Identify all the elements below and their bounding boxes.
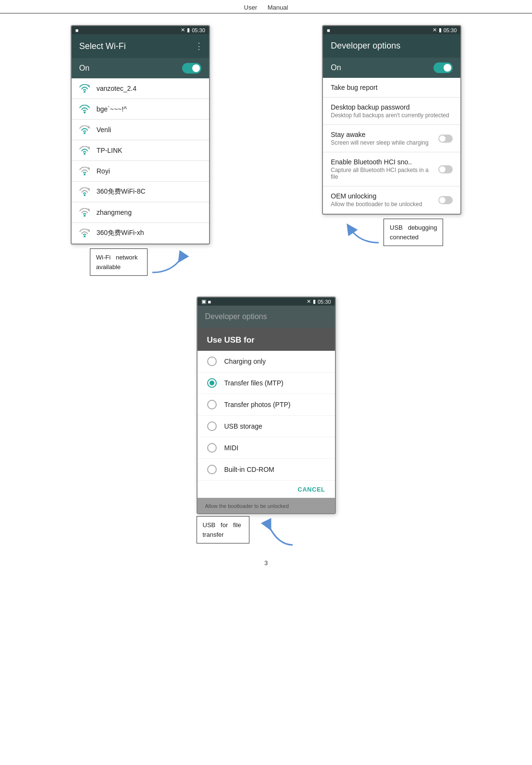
- wifi-name: zhangmeng: [97, 209, 132, 216]
- cancel-button[interactable]: CANCEL: [297, 486, 325, 493]
- radio-charging[interactable]: [207, 357, 217, 366]
- phone2-toggle-switch[interactable]: [433, 62, 453, 73]
- phone3: ▣ ■ ✕ ▮ 05:30 Developer options Use USB …: [197, 296, 336, 514]
- list-item[interactable]: vanzotec_2.4: [72, 78, 209, 99]
- wifi-name: 360免费WiFi-8C: [97, 187, 146, 196]
- radio-usb-storage[interactable]: [207, 421, 217, 431]
- wifi-icon: [79, 105, 90, 113]
- list-item[interactable]: Royi: [72, 161, 209, 182]
- phone3-annotation-text: USB for filetransfer: [203, 521, 241, 538]
- phone3-bg-title: Developer options: [205, 312, 267, 321]
- wifi-name: bge`~~~!^: [97, 105, 127, 113]
- phone1-container: ■ ✕ ▮ 05:30 Select Wi-Fi ⋮ On: [71, 25, 210, 277]
- phone3-status-icon2: ■: [208, 299, 211, 305]
- list-item[interactable]: Venli: [72, 120, 209, 140]
- dev-item-bluetooth-hci[interactable]: Enable Bluetooth HCI sno.. Capture all B…: [323, 152, 460, 186]
- phone2-annotation-text: USB debuggingconnected: [390, 224, 437, 241]
- radio-mtp-inner: [210, 381, 214, 385]
- phone2-toggle-knob: [444, 64, 451, 72]
- phone2-app-header: Developer options: [323, 34, 460, 58]
- wifi-icon: [79, 125, 90, 134]
- wifi-icon: [79, 84, 90, 93]
- dialog-option-mtp[interactable]: Transfer files (MTP): [198, 372, 335, 394]
- bt-toggle[interactable]: [438, 165, 453, 173]
- dev-item-bug-report-title: Take bug report: [331, 84, 453, 91]
- phone1-arrow: [148, 248, 191, 277]
- radio-ptp[interactable]: [207, 400, 217, 409]
- radio-cdrom[interactable]: [207, 465, 217, 474]
- phone3-signal-icon: ✕: [307, 298, 311, 305]
- phone1-menu-icon[interactable]: ⋮: [195, 41, 203, 51]
- dialog-title-bar: Use USB for: [198, 328, 335, 351]
- phone3-battery-icon: ▮: [313, 298, 316, 305]
- bottom-row: ▣ ■ ✕ ▮ 05:30 Developer options Use USB …: [0, 287, 532, 555]
- dev-item-backup-password[interactable]: Desktop backup password Desktop full bac…: [323, 98, 460, 125]
- phone2-title: Developer options: [331, 41, 400, 51]
- dev-item-oem-unlock[interactable]: OEM unlocking Allow the bootloader to be…: [323, 186, 460, 214]
- phone3-status-bar: ▣ ■ ✕ ▮ 05:30: [198, 297, 335, 306]
- bt-knob: [439, 166, 445, 173]
- phone2: ■ ✕ ▮ 05:30 Developer options On: [322, 25, 461, 215]
- wifi-name: Venli: [97, 126, 111, 134]
- phone2-arrow: [340, 219, 384, 247]
- dev-item-bt-sub: Capture all Bluetooth HCI packets in a f…: [331, 167, 434, 180]
- phone2-time: 05:30: [444, 27, 457, 33]
- radio-midi[interactable]: [207, 443, 217, 453]
- dev-item-oem-title: OEM unlocking: [331, 192, 434, 200]
- phone1-toggle-knob: [192, 64, 200, 72]
- radio-mtp[interactable]: [207, 378, 217, 388]
- phone3-dialog: Use USB for Charging only Transfer files…: [198, 328, 335, 513]
- wifi-icon: [79, 187, 90, 196]
- list-item[interactable]: zhangmeng: [72, 202, 209, 223]
- dev-item-backup-title: Desktop backup password: [331, 103, 453, 111]
- phone1-title: Select Wi-Fi: [79, 41, 126, 51]
- dialog-option-midi[interactable]: MIDI: [198, 437, 335, 459]
- phone2-toggle-label: On: [331, 63, 341, 72]
- dialog-body: Charging only Transfer files (MTP) Trans…: [198, 351, 335, 498]
- list-item[interactable]: 360免费WiFi-xh: [72, 223, 209, 244]
- phone1-status-bar: ■ ✕ ▮ 05:30: [72, 26, 209, 34]
- option-cdrom-label: Built-in CD-ROM: [224, 466, 274, 473]
- phone3-arrow: [249, 516, 297, 550]
- dev-item-stay-awake-sub: Screen will never sleep while charging: [331, 139, 428, 146]
- oem-knob: [439, 197, 445, 203]
- phone2-signal-icon: ✕: [433, 27, 437, 33]
- wifi-icon: [79, 208, 90, 217]
- phone3-annotation: USB for filetransfer: [197, 516, 249, 543]
- option-charging-label: Charging only: [224, 358, 266, 365]
- dev-item-bt-title: Enable Bluetooth HCI sno..: [331, 158, 434, 166]
- list-item[interactable]: 360免费WiFi-8C: [72, 182, 209, 202]
- page-number-text: 3: [264, 559, 268, 567]
- stay-awake-knob: [439, 136, 445, 142]
- dev-item-backup-sub: Desktop full backups aren't currently pr…: [331, 112, 453, 119]
- header-col2: Manual: [268, 4, 288, 11]
- option-mtp-label: Transfer files (MTP): [224, 379, 284, 387]
- list-item[interactable]: TP-LINK: [72, 140, 209, 161]
- wifi-icon: [79, 146, 90, 155]
- phone1: ■ ✕ ▮ 05:30 Select Wi-Fi ⋮ On: [71, 25, 210, 245]
- dev-item-bug-report[interactable]: Take bug report: [323, 78, 460, 98]
- wifi-name: Royi: [97, 167, 110, 175]
- dialog-footer-text: Allow the bootloader to be unlocked: [205, 503, 289, 509]
- header-col1: User: [244, 4, 257, 11]
- page-header: User Manual: [0, 0, 532, 13]
- wifi-name: vanzotec_2.4: [97, 85, 136, 92]
- phone2-battery-icon: ▮: [439, 27, 442, 33]
- dialog-cancel-area: CANCEL: [198, 481, 335, 498]
- phone1-toggle-switch[interactable]: [182, 63, 201, 74]
- page-number: 3: [0, 555, 532, 569]
- dialog-option-usb-storage[interactable]: USB storage: [198, 416, 335, 437]
- list-item[interactable]: bge`~~~!^: [72, 99, 209, 120]
- dialog-option-ptp[interactable]: Transfer photos (PTP): [198, 394, 335, 416]
- option-ptp-label: Transfer photos (PTP): [224, 401, 291, 408]
- dialog-title: Use USB for: [207, 335, 255, 345]
- oem-toggle[interactable]: [438, 196, 453, 204]
- phone1-status-icon: ■: [75, 27, 79, 33]
- dialog-option-charging[interactable]: Charging only: [198, 351, 335, 372]
- dev-item-stay-awake[interactable]: Stay awake Screen will never sleep while…: [323, 125, 460, 152]
- phone2-status-icon: ■: [327, 27, 330, 33]
- dialog-option-cdrom[interactable]: Built-in CD-ROM: [198, 459, 335, 481]
- option-usb-storage-label: USB storage: [224, 422, 262, 430]
- stay-awake-toggle[interactable]: [438, 135, 453, 143]
- phone3-status-icon1: ▣: [201, 298, 206, 305]
